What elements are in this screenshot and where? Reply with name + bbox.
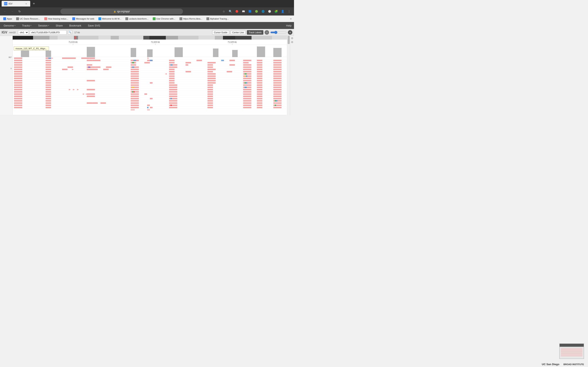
session-menu[interactable]: Session ▾: [37, 23, 50, 28]
svg-rect-159: [169, 75, 174, 77]
save-svg-menu[interactable]: Save SVG: [86, 23, 102, 28]
svg-rect-165: [246, 75, 247, 77]
help-button[interactable]: Help: [286, 24, 292, 27]
svg-rect-145: [14, 73, 22, 75]
share-menu[interactable]: Share: [54, 23, 64, 28]
bookmark-ucdavis[interactable]: UC Davis Resourc...: [15, 17, 42, 21]
ext-icon-4[interactable]: 🟢: [254, 8, 259, 14]
cursor-guide-button[interactable]: Cursor Guide: [212, 30, 229, 35]
profile-button[interactable]: 👤: [280, 8, 285, 14]
ext-icon-5[interactable]: 🌐: [260, 8, 266, 14]
svg-rect-271: [131, 100, 139, 101]
bookmark-welcome[interactable]: Welcome to All W...: [97, 17, 123, 21]
zoom-in-button[interactable]: +: [288, 30, 292, 35]
bookmark-forms[interactable]: https://forms.libra...: [178, 17, 204, 21]
genome-badge: mm10: [9, 31, 16, 34]
active-tab[interactable]: IGV IGV ✕: [2, 1, 30, 7]
svg-rect-310: [273, 107, 282, 108]
coordinate-input[interactable]: [30, 30, 67, 35]
vertical-scrollbar[interactable]: [287, 36, 290, 115]
svg-rect-286: [169, 102, 177, 104]
svg-rect-103: [257, 64, 262, 66]
svg-rect-96: [45, 64, 51, 66]
svg-rect-149: [208, 73, 216, 75]
reload-button[interactable]: ↻: [17, 8, 22, 14]
position-ruler: 71,615 kb 71,620 kb 71,625 kb: [13, 40, 287, 45]
bookmark-bioinform[interactable]: ucdavis-bioinform...: [124, 17, 150, 21]
svg-rect-312: [147, 107, 149, 108]
bookmark-chrome[interactable]: Use Chrome with...: [151, 17, 177, 21]
track-labels-button[interactable]: Track Labels: [247, 30, 263, 35]
search-icon[interactable]: 🔍: [227, 8, 233, 14]
bookmark-star-icon[interactable]: ☆: [221, 8, 227, 14]
chrome-favicon: [153, 17, 156, 20]
bioinform-favicon: [125, 17, 128, 20]
svg-rect-313: [131, 109, 135, 110]
svg-rect-275: [257, 100, 262, 101]
svg-rect-210: [257, 87, 262, 88]
gear-icon-1[interactable]: ⚙: [291, 37, 293, 40]
svg-rect-293: [45, 105, 51, 106]
extensions-button[interactable]: 🧩: [273, 8, 279, 14]
svg-rect-303: [14, 107, 22, 108]
bookmark-menu[interactable]: Bookmark: [68, 23, 82, 28]
bookmarks-more-button[interactable]: »: [289, 17, 292, 21]
zoom-slider[interactable]: [270, 31, 287, 34]
svg-rect-65: [89, 58, 95, 59]
svg-rect-205: [45, 87, 51, 88]
svg-rect-301: [171, 105, 172, 106]
zoom-out-button[interactable]: −: [265, 30, 269, 35]
svg-rect-104: [273, 64, 282, 66]
svg-rect-102: [243, 64, 251, 66]
svg-rect-188: [169, 82, 174, 83]
svg-rect-229: [169, 91, 177, 92]
svg-rect-152: [273, 73, 282, 75]
svg-rect-182: [273, 80, 282, 81]
svg-rect-302: [275, 105, 276, 106]
bookmark-alphabet[interactable]: Alphabet Tracing...: [205, 17, 231, 21]
svg-rect-257: [273, 96, 282, 97]
bookmark-messages-label: Messages for web: [76, 17, 94, 20]
svg-rect-185: [45, 82, 51, 83]
svg-rect-230: [208, 91, 213, 92]
genome-menu[interactable]: Genome ▾: [2, 23, 17, 28]
bookmark-apps-label: Apps: [7, 17, 12, 20]
genome-label: Genome: [4, 24, 14, 27]
menu-button[interactable]: ⋮: [286, 8, 292, 14]
tracks-menu[interactable]: Tracks ▾: [21, 23, 33, 28]
svg-rect-19: [272, 36, 287, 40]
back-button[interactable]: ←: [2, 8, 8, 14]
svg-rect-28: [45, 50, 51, 57]
svg-rect-139: [186, 71, 191, 72]
svg-rect-304: [45, 107, 51, 108]
bookmark-messages[interactable]: Messages for web: [71, 17, 96, 21]
svg-rect-118: [106, 67, 112, 68]
svg-rect-216: [87, 89, 95, 90]
svg-marker-223: [69, 89, 71, 90]
bookmark-leasing[interactable]: How leasing reduc...: [43, 17, 70, 21]
forward-button[interactable]: →: [9, 8, 15, 14]
address-input[interactable]: 🔒 igv.org/app/: [61, 8, 183, 14]
svg-rect-265: [257, 98, 262, 99]
ext-icon-2[interactable]: 📖: [241, 8, 246, 14]
ext-icon-6[interactable]: ⚪: [267, 8, 272, 14]
svg-rect-12: [166, 36, 178, 40]
svg-rect-285: [131, 102, 139, 104]
center-line-button[interactable]: Center Line: [231, 30, 246, 35]
svg-rect-314: [147, 109, 150, 110]
ext-icon-1[interactable]: 🔴: [234, 8, 240, 14]
chromosome-select[interactable]: chr1: [18, 30, 29, 35]
gear-icon-2[interactable]: ⚙: [291, 41, 293, 44]
svg-rect-110: [87, 67, 95, 68]
ext-icon-3[interactable]: 🟦: [247, 8, 253, 14]
svg-rect-5: [76, 36, 76, 39]
svg-rect-169: [169, 78, 174, 79]
bookmark-apps[interactable]: Apps: [2, 17, 14, 21]
zoom-info: 17 kb: [74, 31, 80, 34]
search-button[interactable]: 🔍: [68, 30, 72, 35]
tab-close-button[interactable]: ✕: [25, 2, 28, 5]
svg-rect-253: [169, 96, 177, 97]
svg-rect-122: [45, 69, 51, 70]
scrollbar-thumb[interactable]: [288, 36, 290, 44]
new-tab-button[interactable]: +: [31, 1, 37, 7]
